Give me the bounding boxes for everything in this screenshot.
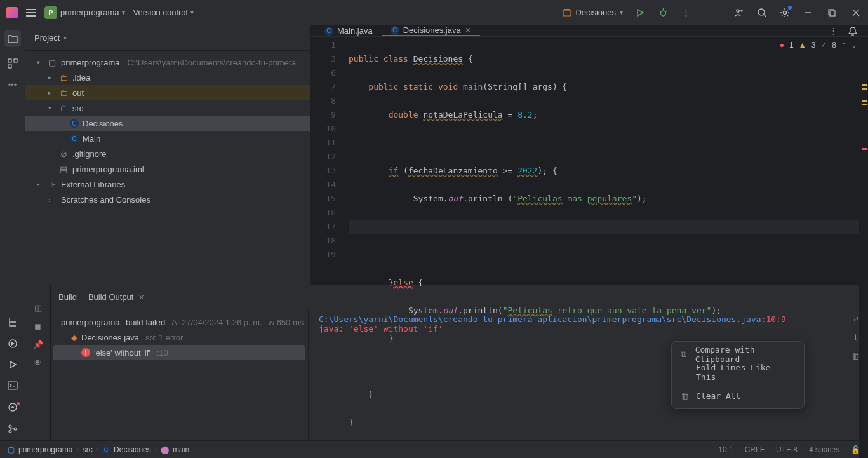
tab-label: Main.java bbox=[337, 26, 373, 36]
file-icon: ▤ bbox=[58, 165, 69, 174]
tree-label: Scratches and Consoles bbox=[61, 195, 150, 205]
tree-decisiones[interactable]: C Decisiones bbox=[25, 116, 310, 131]
module-icon: ▢ bbox=[47, 58, 57, 67]
close-icon[interactable]: ✕ bbox=[465, 26, 471, 35]
project-panel: Project ▾ ▾ ▢ primerprograma C:\Users\ya… bbox=[25, 25, 310, 285]
debug-button[interactable] bbox=[657, 7, 669, 18]
tree-label: src bbox=[72, 104, 83, 113]
ctx-fold[interactable]: Fold Lines Like This bbox=[672, 363, 804, 381]
tree-src[interactable]: ▾ 🗀 src bbox=[25, 100, 310, 116]
expand-icon[interactable]: ▸ bbox=[48, 74, 55, 81]
java-file-icon: ◆ bbox=[71, 333, 77, 342]
tree-label: External Libraries bbox=[61, 180, 125, 189]
titlebar: P primerprograma ▾ Version control ▾ Dec… bbox=[0, 0, 868, 25]
tree-main[interactable]: C Main bbox=[25, 131, 310, 146]
chevron-down-icon[interactable]: ▾ bbox=[63, 34, 67, 41]
run-tool-icon[interactable] bbox=[8, 360, 17, 369]
svg-point-26 bbox=[14, 428, 17, 430]
project-tree: ▾ ▢ primerprograma C:\Users\yarni\Docume… bbox=[25, 51, 310, 285]
problems-tool-icon[interactable] bbox=[8, 402, 18, 412]
main-menu-icon[interactable] bbox=[25, 7, 37, 18]
tree-root[interactable]: ▾ ▢ primerprograma C:\Users\yarni\Docume… bbox=[25, 55, 310, 70]
build-tool-icon[interactable] bbox=[8, 317, 18, 327]
run-button[interactable] bbox=[634, 7, 646, 18]
expand-icon[interactable]: ▸ bbox=[48, 90, 55, 96]
tree-scratches[interactable]: ≔ Scratches and Consoles bbox=[25, 192, 310, 207]
build-tools-left: ◫ ◼ 📌 👁 bbox=[25, 285, 51, 440]
tab-decisiones[interactable]: C Decisiones.java ✕ bbox=[382, 25, 480, 36]
chevron-down-icon: ▾ bbox=[190, 9, 194, 16]
error-icon: ! bbox=[81, 348, 90, 357]
build-output-tab[interactable]: Build Output ✕ bbox=[88, 292, 144, 302]
close-icon[interactable]: ✕ bbox=[138, 293, 144, 301]
svg-point-6 bbox=[737, 9, 739, 11]
code-with-me-icon[interactable] bbox=[733, 7, 745, 18]
tree-out[interactable]: ▸ 🗀 out bbox=[25, 85, 310, 100]
tree-iml[interactable]: ▤ primerprograma.iml bbox=[25, 161, 310, 177]
svg-rect-1 bbox=[564, 9, 570, 10]
svg-line-4 bbox=[660, 11, 661, 12]
expand-icon[interactable]: ▾ bbox=[48, 105, 55, 111]
project-selector[interactable]: P primerprograma ▾ bbox=[44, 6, 125, 19]
panel-title: Project bbox=[34, 33, 60, 43]
build-row-error[interactable]: ! 'else' without 'if' :10 bbox=[53, 345, 305, 360]
minimize-button[interactable] bbox=[802, 7, 813, 18]
run-config-selector[interactable]: Decisiones ▾ bbox=[563, 8, 623, 17]
filter-icon[interactable]: ◫ bbox=[34, 303, 42, 313]
notifications-icon[interactable] bbox=[843, 26, 863, 36]
tab-main[interactable]: C Main.java bbox=[316, 25, 382, 36]
tree-label: Decisiones bbox=[83, 119, 123, 128]
tree-external-libs[interactable]: ▸ ⊪ External Libraries bbox=[25, 177, 310, 192]
pin-icon[interactable]: 📌 bbox=[33, 340, 43, 349]
services-tool-icon[interactable] bbox=[8, 339, 18, 349]
class-icon: C bbox=[102, 446, 110, 454]
ctx-clear[interactable]: 🗑 Clear All bbox=[672, 387, 804, 405]
expand-icon[interactable]: ▾ bbox=[37, 59, 43, 65]
build-row-file[interactable]: ◆ Decisiones.java src 1 error bbox=[53, 330, 305, 345]
ctx-compare[interactable]: ⧉ Compare with Clipboard bbox=[672, 346, 804, 363]
project-tool-icon[interactable] bbox=[4, 30, 21, 47]
tree-idea[interactable]: ▸ 🗀 .idea bbox=[25, 70, 310, 85]
tree-label: primerprograma bbox=[61, 58, 119, 67]
tree-gitignore[interactable]: ⊘ .gitignore bbox=[25, 146, 310, 161]
svg-rect-17 bbox=[8, 59, 11, 62]
build-output-text[interactable]: C:\Users\yarni\Documents\creando-tu-prim… bbox=[309, 309, 843, 440]
scratches-icon: ≔ bbox=[47, 195, 57, 205]
svg-line-5 bbox=[665, 11, 667, 12]
svg-point-25 bbox=[9, 430, 11, 433]
search-icon[interactable] bbox=[756, 7, 768, 18]
svg-point-23 bbox=[11, 406, 14, 408]
method-icon: ⬤ bbox=[161, 445, 169, 454]
tab-label: Decisiones.java bbox=[403, 25, 461, 35]
ide-logo bbox=[6, 7, 18, 18]
class-icon: C bbox=[70, 119, 79, 128]
close-button[interactable] bbox=[850, 7, 862, 18]
error-stripe[interactable] bbox=[859, 37, 868, 458]
build-tab[interactable]: Build bbox=[58, 292, 77, 302]
file-icon: ⊘ bbox=[58, 149, 69, 159]
terminal-tool-icon[interactable] bbox=[8, 381, 18, 391]
build-row-root[interactable]: primerprograma: build failed At 27/04/20… bbox=[53, 314, 305, 330]
more-tools-icon[interactable]: ••• bbox=[8, 80, 17, 90]
run-config-icon bbox=[563, 8, 571, 17]
expand-icon[interactable]: ▸ bbox=[37, 181, 43, 187]
maximize-button[interactable] bbox=[826, 7, 838, 18]
rerun-icon[interactable]: ◼ bbox=[34, 321, 41, 331]
settings-icon[interactable] bbox=[779, 7, 791, 18]
vcs-tool-icon[interactable] bbox=[8, 424, 18, 434]
build-output-link[interactable]: C:\Users\yarni\Documents\creando-tu-prim… bbox=[319, 314, 761, 324]
svg-line-10 bbox=[764, 15, 766, 17]
chevron-right-icon: › bbox=[76, 446, 78, 453]
compare-icon: ⧉ bbox=[681, 349, 689, 360]
tree-path: C:\Users\yarni\Documents\creando-tu-prim… bbox=[127, 58, 296, 67]
eye-icon[interactable]: 👁 bbox=[34, 358, 42, 368]
vcs-selector[interactable]: Version control ▾ bbox=[133, 8, 194, 17]
breadcrumb[interactable]: ▢ primerprograma › src › C Decisiones › … bbox=[8, 445, 189, 454]
more-actions-icon[interactable]: ⋮ bbox=[680, 7, 691, 18]
structure-tool-icon[interactable] bbox=[8, 58, 18, 69]
project-badge-icon: P bbox=[44, 6, 57, 19]
tab-menu-icon[interactable]: ⋮ bbox=[829, 26, 838, 36]
run-config-label: Decisiones bbox=[575, 8, 616, 17]
project-name: primerprograma bbox=[60, 8, 119, 17]
build-tree: primerprograma: build failed At 27/04/20… bbox=[51, 309, 309, 440]
